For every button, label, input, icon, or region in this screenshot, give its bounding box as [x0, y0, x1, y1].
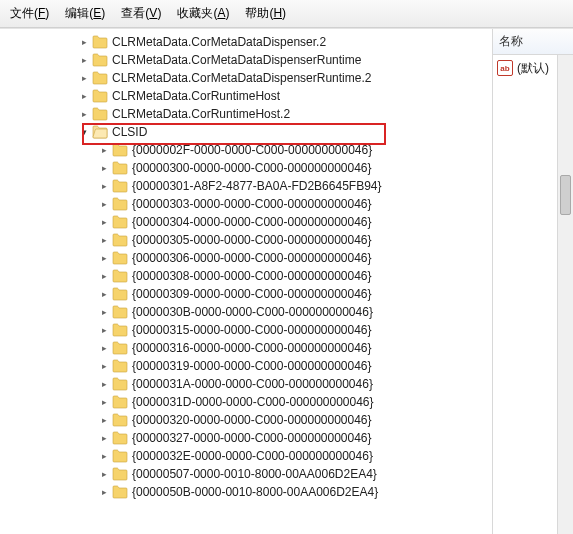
tree-item-label: CLRMetaData.CorMetaDataDispenserRuntime: [112, 51, 361, 69]
tree-item-cls-0[interactable]: ▸ CLRMetaData.CorMetaDataDispenser.2: [0, 33, 492, 51]
tree-item-guid-15[interactable]: ▸ {00000320-0000-0000-C000-000000000046}: [0, 411, 492, 429]
tree-item-label: {0000031A-0000-0000-C000-000000000046}: [132, 375, 373, 393]
tree-item-label: {00000305-0000-0000-C000-000000000046}: [132, 231, 372, 249]
folder-icon: [112, 449, 128, 463]
folder-icon: [112, 161, 128, 175]
tree-item-guid-5[interactable]: ▸ {00000305-0000-0000-C000-000000000046}: [0, 231, 492, 249]
tree-item-label: {0000031D-0000-0000-C000-000000000046}: [132, 393, 374, 411]
tree-item-guid-11[interactable]: ▸ {00000316-0000-0000-C000-000000000046}: [0, 339, 492, 357]
expand-closed-icon[interactable]: ▸: [98, 324, 110, 336]
tree-item-guid-8[interactable]: ▸ {00000309-0000-0000-C000-000000000046}: [0, 285, 492, 303]
list-column-name[interactable]: 名称: [493, 29, 573, 55]
folder-icon: [112, 359, 128, 373]
tree-item-clsid[interactable]: ▾ CLSID: [0, 123, 492, 141]
tree-item-guid-1[interactable]: ▸ {00000300-0000-0000-C000-000000000046}: [0, 159, 492, 177]
tree-item-label: {00000316-0000-0000-C000-000000000046}: [132, 339, 372, 357]
expand-closed-icon[interactable]: ▸: [78, 54, 90, 66]
expand-closed-icon[interactable]: ▸: [98, 144, 110, 156]
tree-item-label: CLRMetaData.CorMetaDataDispenserRuntime.…: [112, 69, 371, 87]
folder-icon: [112, 179, 128, 193]
tree-item-label: {00000320-0000-0000-C000-000000000046}: [132, 411, 372, 429]
tree-item-guid-14[interactable]: ▸ {0000031D-0000-0000-C000-000000000046}: [0, 393, 492, 411]
tree-item-guid-10[interactable]: ▸ {00000315-0000-0000-C000-000000000046}: [0, 321, 492, 339]
folder-icon: [92, 35, 108, 49]
tree-item-label: {00000319-0000-0000-C000-000000000046}: [132, 357, 372, 375]
expand-closed-icon[interactable]: ▸: [98, 270, 110, 282]
folder-icon: [92, 107, 108, 121]
content-area: ▸ CLRMetaData.CorMetaDataDispenser.2 ▸ C…: [0, 28, 573, 534]
tree-item-cls-3[interactable]: ▸ CLRMetaData.CorRuntimeHost: [0, 87, 492, 105]
tree-item-cls-1[interactable]: ▸ CLRMetaData.CorMetaDataDispenserRuntim…: [0, 51, 492, 69]
expand-closed-icon[interactable]: ▸: [78, 72, 90, 84]
expand-open-icon[interactable]: ▾: [78, 126, 90, 138]
expand-closed-icon[interactable]: ▸: [98, 180, 110, 192]
tree-item-guid-3[interactable]: ▸ {00000303-0000-0000-C000-000000000046}: [0, 195, 492, 213]
expand-closed-icon[interactable]: ▸: [78, 108, 90, 120]
tree-item-label: {00000303-0000-0000-C000-000000000046}: [132, 195, 372, 213]
menu-favorites[interactable]: 收藏夹(A): [171, 3, 235, 24]
tree-item-cls-2[interactable]: ▸ CLRMetaData.CorMetaDataDispenserRuntim…: [0, 69, 492, 87]
menu-help[interactable]: 帮助(H): [239, 3, 292, 24]
expand-closed-icon[interactable]: ▸: [98, 414, 110, 426]
expand-closed-icon[interactable]: ▸: [98, 432, 110, 444]
expand-closed-icon[interactable]: ▸: [98, 252, 110, 264]
tree-item-label: CLRMetaData.CorMetaDataDispenser.2: [112, 33, 326, 51]
tree-item-guid-0[interactable]: ▸ {0000002F-0000-0000-C000-000000000046}: [0, 141, 492, 159]
tree-item-label: {00000309-0000-0000-C000-000000000046}: [132, 285, 372, 303]
menu-edit[interactable]: 编辑(E): [59, 3, 111, 24]
tree-item-guid-13[interactable]: ▸ {0000031A-0000-0000-C000-000000000046}: [0, 375, 492, 393]
scrollbar-thumb[interactable]: [560, 175, 571, 215]
tree-item-cls-4[interactable]: ▸ CLRMetaData.CorRuntimeHost.2: [0, 105, 492, 123]
menubar: 文件(F) 编辑(E) 查看(V) 收藏夹(A) 帮助(H): [0, 0, 573, 28]
tree-item-guid-7[interactable]: ▸ {00000308-0000-0000-C000-000000000046}: [0, 267, 492, 285]
tree-item-guid-16[interactable]: ▸ {00000327-0000-0000-C000-000000000046}: [0, 429, 492, 447]
expand-closed-icon[interactable]: ▸: [78, 90, 90, 102]
expand-closed-icon[interactable]: ▸: [98, 216, 110, 228]
tree-item-label: {00000304-0000-0000-C000-000000000046}: [132, 213, 372, 231]
folder-icon: [112, 485, 128, 499]
expand-closed-icon[interactable]: ▸: [98, 486, 110, 498]
tree-item-label: {00000315-0000-0000-C000-000000000046}: [132, 321, 372, 339]
tree-item-label: {00000308-0000-0000-C000-000000000046}: [132, 267, 372, 285]
folder-icon: [112, 215, 128, 229]
scrollbar[interactable]: [557, 55, 573, 534]
tree-item-label: {00000306-0000-0000-C000-000000000046}: [132, 249, 372, 267]
expand-closed-icon[interactable]: ▸: [98, 468, 110, 480]
menu-file[interactable]: 文件(F): [4, 3, 55, 24]
expand-closed-icon[interactable]: ▸: [98, 234, 110, 246]
tree-item-label: CLSID: [112, 123, 147, 141]
expand-closed-icon[interactable]: ▸: [98, 306, 110, 318]
tree-item-guid-4[interactable]: ▸ {00000304-0000-0000-C000-000000000046}: [0, 213, 492, 231]
folder-icon: [112, 413, 128, 427]
expand-closed-icon[interactable]: ▸: [98, 198, 110, 210]
tree-item-label: {0000032E-0000-0000-C000-000000000046}: [132, 447, 373, 465]
folder-icon: [112, 305, 128, 319]
tree-item-label: CLRMetaData.CorRuntimeHost.2: [112, 105, 290, 123]
expand-closed-icon[interactable]: ▸: [98, 162, 110, 174]
tree-item-guid-18[interactable]: ▸ {00000507-0000-0010-8000-00AA006D2EA4}: [0, 465, 492, 483]
expand-closed-icon[interactable]: ▸: [78, 36, 90, 48]
string-value-icon: ab: [497, 60, 513, 76]
tree-item-guid-19[interactable]: ▸ {0000050B-0000-0010-8000-00AA006D2EA4}: [0, 483, 492, 501]
tree-item-guid-9[interactable]: ▸ {0000030B-0000-0000-C000-000000000046}: [0, 303, 492, 321]
folder-icon: [112, 395, 128, 409]
folder-icon: [112, 467, 128, 481]
tree-item-guid-6[interactable]: ▸ {00000306-0000-0000-C000-000000000046}: [0, 249, 492, 267]
folder-icon: [112, 377, 128, 391]
tree-item-guid-2[interactable]: ▸ {00000301-A8F2-4877-BA0A-FD2B6645FB94}: [0, 177, 492, 195]
expand-closed-icon[interactable]: ▸: [98, 450, 110, 462]
expand-closed-icon[interactable]: ▸: [98, 360, 110, 372]
folder-icon: [112, 251, 128, 265]
tree-item-guid-12[interactable]: ▸ {00000319-0000-0000-C000-000000000046}: [0, 357, 492, 375]
list-pane[interactable]: 名称 ab (默认): [493, 29, 573, 534]
tree-item-label: {00000507-0000-0010-8000-00AA006D2EA4}: [132, 465, 377, 483]
expand-closed-icon[interactable]: ▸: [98, 378, 110, 390]
expand-closed-icon[interactable]: ▸: [98, 342, 110, 354]
expand-closed-icon[interactable]: ▸: [98, 396, 110, 408]
tree-pane[interactable]: ▸ CLRMetaData.CorMetaDataDispenser.2 ▸ C…: [0, 29, 493, 534]
menu-view[interactable]: 查看(V): [115, 3, 167, 24]
expand-closed-icon[interactable]: ▸: [98, 288, 110, 300]
tree-item-label: {0000002F-0000-0000-C000-000000000046}: [132, 141, 372, 159]
tree-item-guid-17[interactable]: ▸ {0000032E-0000-0000-C000-000000000046}: [0, 447, 492, 465]
tree-item-label: CLRMetaData.CorRuntimeHost: [112, 87, 280, 105]
